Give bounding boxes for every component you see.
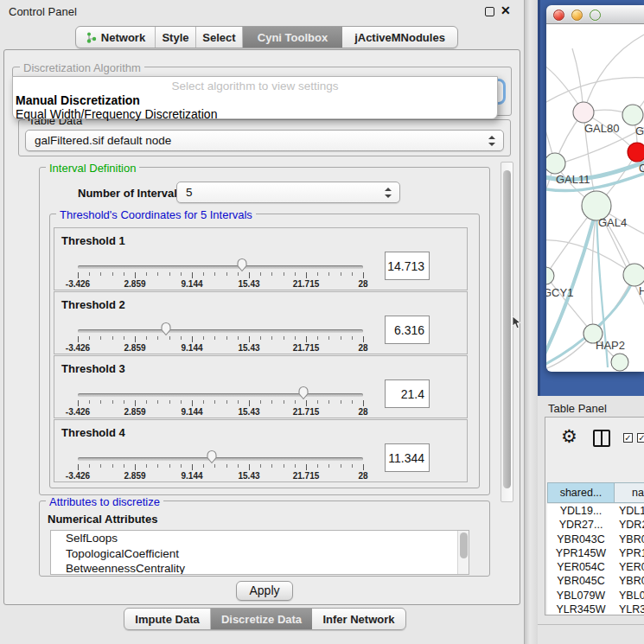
network-window-titlebar[interactable] (546, 5, 644, 24)
split-columns-icon[interactable] (593, 430, 610, 447)
algorithm-hint: Select algorithm to view settings (13, 80, 497, 92)
network-canvas[interactable]: GAL80GACGAL11GAL4GCY1HHAP2 (546, 24, 644, 372)
threshold-label: Threshold 2 (61, 298, 125, 311)
table-row[interactable]: YBL079W YBL0... (547, 589, 644, 603)
checkbox-icon[interactable]: ✓ (637, 433, 644, 443)
checkbox-icon[interactable]: ✓ (623, 433, 633, 443)
table-row[interactable]: YBR045C YBR0... (547, 574, 644, 588)
attribute-list-item[interactable]: SelfLoops (51, 531, 469, 546)
slider-track[interactable] (78, 393, 363, 397)
network-node[interactable] (628, 143, 644, 162)
table-row[interactable]: YLR345W YLR3... (547, 603, 644, 615)
network-node[interactable] (622, 105, 643, 125)
zoom-traffic-light[interactable] (590, 10, 601, 21)
column-header-shared-name[interactable]: shared... (547, 482, 615, 503)
settings-vertical-scrollbar[interactable] (501, 162, 513, 502)
threshold-row: Threshold 3 -3.4262.8599.14415.4321.7152… (54, 355, 468, 418)
table-row[interactable]: YPR145W YPR1... (547, 546, 644, 560)
attributes-scrollbar[interactable] (457, 531, 469, 574)
tick-label: 9.144 (181, 471, 202, 481)
tick-label: 2.859 (124, 343, 145, 353)
tick-label: 28 (358, 279, 367, 289)
network-node[interactable] (573, 102, 594, 123)
threshold-slider[interactable]: -3.4262.8599.14415.4321.71528 (78, 382, 363, 418)
tab-cyni-toolbox[interactable]: Cyni Toolbox (243, 27, 342, 48)
tab-discretize-data[interactable]: Discretize Data (211, 609, 312, 629)
slider-handle[interactable] (296, 385, 310, 400)
column-header-name[interactable]: name (615, 482, 644, 503)
slider-track[interactable] (78, 457, 363, 461)
scrollbar-thumb[interactable] (460, 532, 468, 558)
cell-shared-name[interactable]: YBR043C (547, 532, 615, 546)
tick-label: 15.43 (238, 407, 259, 417)
network-node[interactable] (611, 354, 628, 371)
slider-tick-labels: -3.4262.8599.14415.4321.71528 (78, 407, 363, 418)
slider-handle[interactable] (235, 257, 249, 272)
apply-button[interactable]: Apply (236, 581, 293, 601)
cell-name[interactable]: YLR3... (615, 603, 644, 615)
float-window-icon[interactable] (485, 7, 494, 16)
cell-shared-name[interactable]: YER054C (547, 560, 615, 574)
tab-infer-network[interactable]: Infer Network (312, 609, 405, 629)
threshold-slider[interactable]: -3.4262.8599.14415.4321.71528 (78, 446, 363, 482)
cell-shared-name[interactable]: YDL19... (547, 504, 615, 518)
cell-name[interactable]: YPR1... (615, 546, 644, 560)
interval-definition-group-title: Interval Definition (46, 162, 139, 175)
panel-divider[interactable] (524, 0, 538, 644)
table-row[interactable]: YBR043C YBR0... (547, 532, 644, 546)
slider-track[interactable] (78, 265, 363, 269)
threshold-label: Threshold 4 (61, 426, 125, 439)
network-node[interactable] (546, 267, 554, 284)
cell-shared-name[interactable]: YBL079W (547, 589, 615, 603)
algorithm-option-equal-width[interactable]: Equal Width/Frequency Discretization (16, 107, 217, 121)
threshold-slider[interactable]: -3.4262.8599.14415.4321.71528 (78, 254, 363, 290)
table-row[interactable]: YER054C YER0... (547, 560, 644, 574)
cell-name[interactable]: YDR2... (615, 518, 644, 532)
cell-name[interactable]: YBL0... (615, 589, 644, 603)
tick-label: 2.859 (124, 407, 145, 417)
tab-network[interactable]: Network (76, 27, 156, 48)
attribute-list-item[interactable]: BetweennessCentrality (51, 561, 469, 575)
attribute-list-item[interactable]: TopologicalCoefficient (51, 546, 469, 562)
tick-label: -3.426 (66, 471, 90, 481)
cell-name[interactable]: YBR0... (615, 532, 644, 546)
gear-icon[interactable]: ⚙ (561, 426, 577, 447)
threshold-value-input[interactable] (385, 379, 430, 408)
threshold-label: Threshold 1 (61, 234, 125, 247)
scrollbar-thumb[interactable] (503, 170, 511, 488)
slider-handle[interactable] (159, 321, 173, 336)
close-icon[interactable]: ✕ (501, 3, 511, 17)
num-intervals-combobox[interactable]: 5 (176, 182, 400, 203)
tab-select[interactable]: Select (196, 27, 243, 48)
slider-handle[interactable] (205, 449, 219, 464)
cell-name[interactable]: YBR0... (615, 574, 644, 588)
threshold-value-input[interactable] (385, 316, 430, 344)
threshold-value-input[interactable] (385, 252, 430, 280)
cell-name[interactable]: YER0... (615, 560, 644, 574)
algorithm-option-manual[interactable]: Manual Discretization (16, 93, 140, 107)
threshold-slider[interactable]: -3.4262.8599.14415.4321.71528 (78, 318, 363, 354)
network-node[interactable] (546, 153, 565, 174)
cell-shared-name[interactable]: YLR345W (547, 603, 615, 615)
table-row[interactable]: YDR27... YDR2... (547, 518, 644, 532)
tick-label: 9.144 (181, 279, 202, 289)
close-traffic-light[interactable] (553, 10, 564, 21)
cell-name[interactable]: YDL1... (615, 504, 644, 518)
table-rows: YDL19... YDL1...YDR27... YDR2...YBR043C … (547, 504, 644, 615)
table-panel-bottom-edge (538, 624, 644, 625)
table-row[interactable]: YDL19... YDL1... (547, 504, 644, 518)
threshold-value-input[interactable] (385, 443, 430, 472)
cell-shared-name[interactable]: YPR145W (547, 546, 615, 560)
minimize-traffic-light[interactable] (571, 10, 583, 21)
network-node-label: GAL80 (584, 122, 619, 135)
control-panel-window: Control Panel ✕ Network Style Select Cyn… (0, 0, 524, 644)
network-node[interactable] (623, 264, 644, 286)
cell-shared-name[interactable]: YBR045C (547, 574, 615, 588)
tab-jactivemnodules[interactable]: jActiveMNodules (342, 27, 457, 48)
tab-impute-data[interactable]: Impute Data (124, 609, 211, 629)
slider-track[interactable] (78, 329, 363, 333)
table-data-combobox[interactable]: galFiltered.sif default node (25, 130, 504, 151)
cell-shared-name[interactable]: YDR27... (547, 518, 615, 532)
tick-label: -3.426 (66, 407, 90, 417)
tab-style[interactable]: Style (156, 27, 196, 48)
